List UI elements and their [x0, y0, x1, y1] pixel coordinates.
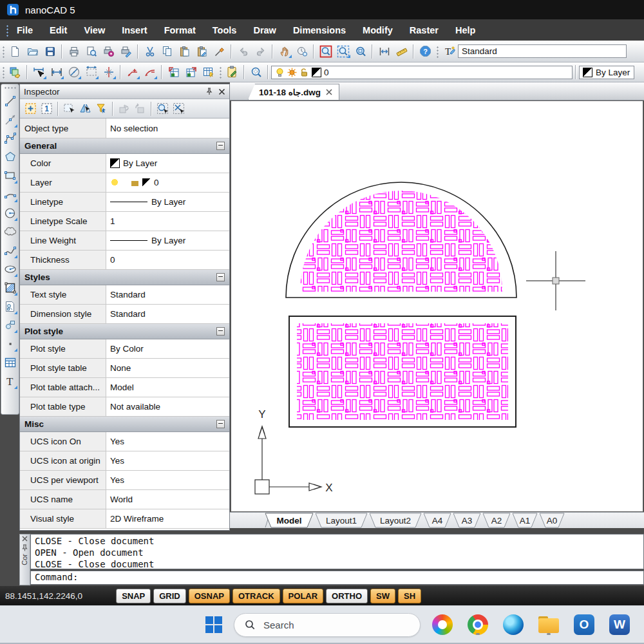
text-tool-button[interactable]: T — [2, 372, 19, 390]
layer-combo[interactable]: 0 — [271, 66, 573, 79]
layout-tab-a4[interactable]: A4 — [424, 513, 451, 527]
status-toggle-button[interactable]: SH — [398, 589, 421, 603]
publish-button[interactable] — [117, 43, 135, 59]
zoom-dynamic-button[interactable] — [334, 43, 352, 59]
collapse-icon[interactable] — [216, 420, 225, 428]
inspector-property-row[interactable]: Linetype Scale 1 — [20, 212, 229, 231]
layer-lock-icon[interactable] — [299, 68, 309, 77]
menu-item[interactable]: Edit — [50, 25, 67, 35]
leader-add-button[interactable] — [124, 64, 141, 80]
polyline-tool-button[interactable] — [2, 129, 19, 147]
select-objects-button[interactable] — [61, 101, 77, 117]
text-style-combo[interactable]: Standard — [458, 44, 627, 58]
taskbar-edge-icon[interactable] — [501, 612, 526, 637]
status-toggle-button[interactable]: ORTHO — [326, 589, 368, 603]
menu-item[interactable]: Draw — [253, 25, 276, 35]
toolbar-grip[interactable] — [435, 45, 439, 58]
inspector-title-bar[interactable]: Inspector — [20, 84, 229, 99]
revision-cloud-tool-button[interactable] — [2, 222, 19, 241]
circle-tool-button[interactable] — [2, 204, 19, 222]
make-block-button[interactable] — [2, 316, 19, 334]
save-button[interactable] — [41, 43, 59, 59]
fit-extents-button[interactable] — [375, 43, 393, 59]
select-append-button[interactable] — [23, 101, 39, 117]
ellipse-tool-button[interactable] — [2, 260, 19, 278]
copy-settings-button[interactable] — [116, 101, 132, 117]
text-style-button[interactable]: T — [440, 43, 458, 59]
copy-properties-button[interactable] — [6, 64, 24, 80]
find-object-button[interactable] — [247, 64, 265, 80]
inspector-property-row[interactable]: Dimension style Standard — [20, 305, 229, 324]
table-tool-button[interactable] — [2, 353, 19, 372]
zoom-previous-button[interactable] — [352, 43, 369, 59]
collapse-icon[interactable] — [216, 273, 225, 281]
start-button[interactable] — [202, 612, 226, 637]
select-circle-button[interactable] — [155, 101, 171, 117]
apply-settings-button[interactable] — [132, 101, 148, 117]
taskbar-search[interactable]: Search — [234, 613, 421, 637]
inspector-property-row[interactable]: Thickness 0 — [20, 251, 229, 270]
status-toggle-button[interactable]: OSNAP — [189, 589, 230, 603]
layout-tab-a1[interactable]: A1 — [513, 513, 537, 527]
menu-item[interactable]: File — [17, 25, 33, 35]
command-close-icon[interactable] — [22, 536, 28, 542]
paste-special-button[interactable] — [193, 43, 211, 59]
taskbar-copilot-icon[interactable] — [430, 612, 455, 637]
menu-item[interactable]: Help — [455, 25, 475, 35]
undo-button[interactable] — [234, 43, 252, 59]
cut-button[interactable] — [141, 43, 158, 59]
layout-tab-a2[interactable]: A2 — [483, 513, 510, 527]
dimension-center-button[interactable] — [100, 64, 117, 80]
color-combo[interactable]: By Layer — [579, 66, 634, 79]
taskbar-explorer-icon[interactable] — [536, 612, 561, 637]
collapse-icon[interactable] — [216, 142, 225, 150]
measure-button[interactable] — [393, 43, 410, 59]
menu-item[interactable]: Format — [164, 25, 196, 35]
leader-edit-button[interactable] — [141, 64, 158, 80]
layout-tab-layout2[interactable]: Layout2 — [370, 513, 421, 527]
dimension-linear-button[interactable] — [48, 64, 65, 80]
inspector-toggle-button[interactable] — [223, 64, 241, 80]
table-edit-button[interactable] — [200, 64, 217, 80]
status-toggle-button[interactable]: OTRACK — [232, 589, 280, 603]
export-table-button[interactable] — [182, 64, 200, 80]
layer-color-swatch[interactable] — [312, 68, 321, 77]
menubar-grip[interactable] — [5, 24, 9, 37]
collapse-icon[interactable] — [216, 327, 225, 336]
taskbar-chrome-icon[interactable] — [466, 612, 490, 637]
rectangle-tool-button[interactable] — [2, 166, 19, 185]
layer-freeze-icon[interactable] — [287, 68, 297, 77]
select-exclude-button[interactable] — [171, 101, 187, 117]
menu-item[interactable]: Modify — [363, 25, 393, 35]
status-toggle-button[interactable]: SNAP — [116, 589, 151, 603]
command-input[interactable]: Command: — [30, 571, 644, 585]
inspector-property-row[interactable]: Color By Layer — [20, 154, 229, 173]
menu-item[interactable]: View — [84, 25, 105, 35]
command-history[interactable]: CLOSE - Close document OPEN - Open docum… — [30, 534, 644, 569]
arc-tool-button[interactable] — [2, 185, 19, 204]
inspector-property-row[interactable]: UCS per viewport Yes — [20, 471, 229, 490]
help-button[interactable]: ? — [417, 43, 434, 59]
inspector-property-row[interactable]: UCS icon at origin Yes — [20, 451, 229, 471]
inspector-property-row[interactable]: Visual style 2D Wireframe — [20, 509, 229, 529]
toolbar-grip[interactable] — [1, 45, 5, 58]
inspector-property-row[interactable]: Layer 0 — [20, 173, 229, 193]
semicircle-panel[interactable] — [286, 182, 516, 298]
open-file-button[interactable] — [24, 43, 41, 59]
copy-button[interactable] — [158, 43, 176, 59]
inspector-section-header[interactable]: Styles — [20, 270, 229, 285]
taskbar-outlook-icon[interactable]: O — [572, 612, 596, 637]
new-file-button[interactable] — [6, 43, 24, 59]
taskbar-word-icon[interactable]: W — [607, 612, 632, 637]
format-painter-button[interactable] — [211, 43, 228, 59]
toolbar-grip[interactable] — [4, 86, 17, 90]
toolbar-grip[interactable] — [1, 66, 5, 79]
inspector-section-header[interactable]: Plot style — [20, 324, 229, 339]
menu-item[interactable]: Raster — [410, 25, 439, 35]
close-icon[interactable] — [218, 88, 225, 95]
select-single-button[interactable]: 1 — [39, 101, 55, 117]
paste-button[interactable] — [176, 43, 193, 59]
inspector-section-header[interactable]: Misc — [20, 417, 229, 432]
import-table-button[interactable] — [165, 64, 182, 80]
dimension-baseline-button[interactable] — [82, 64, 100, 80]
